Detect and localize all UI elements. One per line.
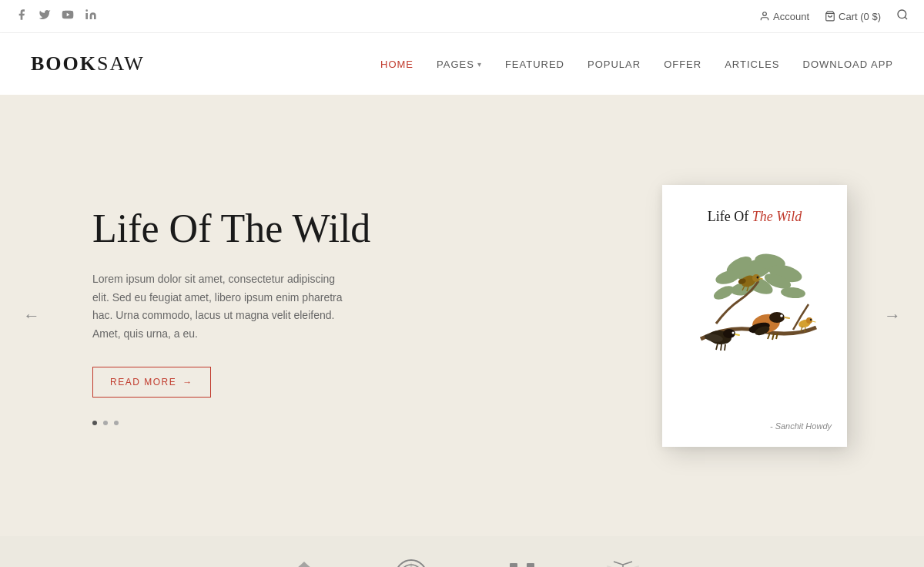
bookdoor-icon	[502, 555, 542, 567]
youtube-icon[interactable]	[62, 8, 74, 24]
flaprise-icon	[284, 555, 324, 567]
svg-point-26	[732, 332, 735, 334]
logo[interactable]: BOOKSAW	[31, 52, 145, 75]
svg-point-3	[898, 10, 906, 18]
cart-link[interactable]: Cart (0 $)	[825, 11, 881, 22]
svg-point-13	[711, 284, 735, 303]
nav-pages[interactable]: PAGES ▾	[437, 59, 482, 70]
hero-text: Life Of The Wild Lorem ipsum dolor sit a…	[77, 206, 601, 425]
svg-line-4	[905, 17, 907, 19]
top-bar: Account Cart (0 $)	[0, 0, 924, 33]
svg-point-21	[780, 314, 783, 317]
birds-illustration	[685, 247, 824, 401]
svg-point-30	[810, 319, 812, 320]
nav-home[interactable]: HOME	[380, 59, 413, 70]
nav-download-app[interactable]: DOWNLOAD APP	[803, 59, 893, 70]
book-cover-container: Life Of The Wild	[662, 185, 847, 447]
dot-3[interactable]	[114, 421, 119, 425]
navbar: BOOKSAW HOME PAGES ▾ FEATURED POPULAR OF…	[0, 33, 924, 95]
read-more-button[interactable]: READ MORE →	[92, 367, 211, 398]
social-icons	[15, 8, 97, 24]
svg-point-20	[769, 312, 785, 323]
nav-links: HOME PAGES ▾ FEATURED POPULAR OFFER ARTI…	[380, 59, 893, 70]
hero-content: Life Of The Wild Lorem ipsum dolor sit a…	[77, 185, 847, 447]
brand-library[interactable]: LIBRARY	[599, 555, 646, 567]
dot-1[interactable]	[92, 421, 97, 425]
book-author: - Sanchit Howdy	[770, 421, 832, 431]
facebook-icon[interactable]	[15, 8, 28, 24]
hero-description: Lorem ipsum dolor sit amet, consectetur …	[92, 270, 354, 344]
svg-point-18	[757, 277, 759, 279]
brands-section: FLAPRISE BOOKSTORE Bookdoor	[0, 536, 924, 567]
account-label: Account	[773, 11, 809, 22]
svg-point-29	[806, 317, 812, 324]
svg-point-1	[763, 12, 767, 16]
next-arrow[interactable]: →	[876, 298, 909, 334]
cart-label: Cart (0 $)	[839, 11, 881, 22]
nav-featured[interactable]: FEATURED	[505, 59, 564, 70]
svg-rect-39	[527, 563, 534, 567]
book-illustration	[685, 247, 824, 401]
brand-bookstore[interactable]: BOOKSTORE	[377, 555, 444, 567]
chevron-down-icon: ▾	[477, 60, 482, 69]
brand-flaprise[interactable]: FLAPRISE	[278, 555, 331, 567]
nav-offer[interactable]: OFFER	[664, 59, 701, 70]
top-right-actions: Account Cart (0 $)	[759, 8, 909, 24]
nav-articles[interactable]: ARTICLES	[725, 59, 779, 70]
linkedin-icon[interactable]	[85, 8, 97, 24]
book-cover: Life Of The Wild	[662, 185, 847, 447]
book-cover-title: Life Of The Wild	[708, 208, 802, 226]
svg-rect-38	[510, 563, 517, 567]
dot-2[interactable]	[103, 421, 108, 425]
brand-bookdoor[interactable]: Bookdoor	[491, 555, 554, 567]
arrow-right-icon: →	[182, 377, 193, 388]
library-icon	[603, 555, 643, 567]
carousel-dots	[92, 421, 601, 425]
bookstore-icon	[391, 555, 431, 567]
hero-title: Life Of The Wild	[92, 206, 601, 252]
prev-arrow[interactable]: ←	[15, 298, 48, 334]
svg-point-0	[85, 9, 88, 12]
search-button[interactable]	[896, 8, 909, 24]
nav-popular[interactable]: POPULAR	[588, 59, 641, 70]
hero-section: ← Life Of The Wild Lorem ipsum dolor sit…	[0, 95, 924, 536]
twitter-icon[interactable]	[38, 8, 51, 24]
account-link[interactable]: Account	[759, 11, 809, 22]
